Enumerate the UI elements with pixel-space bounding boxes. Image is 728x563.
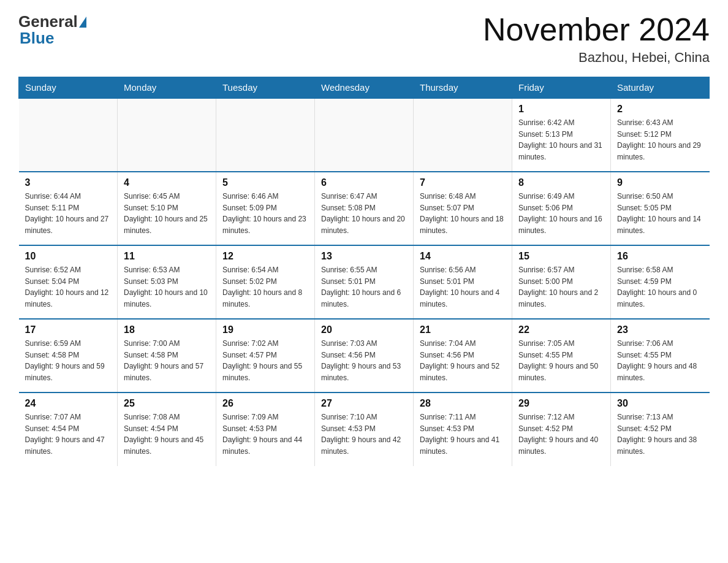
day-info: Sunrise: 6:50 AM Sunset: 5:05 PM Dayligh…	[617, 191, 703, 236]
day-number: 2	[617, 104, 703, 115]
weekday-header-tuesday: Tuesday	[216, 77, 315, 99]
day-number: 10	[25, 251, 112, 262]
day-info: Sunrise: 7:03 AM Sunset: 4:56 PM Dayligh…	[321, 338, 407, 383]
page-header: General Blue November 2024 Bazhou, Hebei…	[18, 12, 710, 66]
week-row-1: 1Sunrise: 6:42 AM Sunset: 5:13 PM Daylig…	[19, 98, 710, 172]
calendar-cell: 7Sunrise: 6:48 AM Sunset: 5:07 PM Daylig…	[414, 172, 512, 245]
calendar-cell: 16Sunrise: 6:58 AM Sunset: 4:59 PM Dayli…	[611, 245, 710, 319]
calendar-cell: 23Sunrise: 7:06 AM Sunset: 4:55 PM Dayli…	[611, 319, 710, 393]
day-info: Sunrise: 7:08 AM Sunset: 4:54 PM Dayligh…	[124, 412, 210, 457]
day-info: Sunrise: 6:57 AM Sunset: 5:00 PM Dayligh…	[518, 264, 604, 310]
calendar-cell: 9Sunrise: 6:50 AM Sunset: 5:05 PM Daylig…	[611, 172, 710, 245]
day-info: Sunrise: 6:49 AM Sunset: 5:06 PM Dayligh…	[518, 191, 604, 236]
calendar-cell: 19Sunrise: 7:02 AM Sunset: 4:57 PM Dayli…	[216, 319, 315, 393]
calendar-cell	[118, 98, 216, 172]
day-number: 20	[321, 324, 407, 335]
day-number: 28	[420, 398, 506, 409]
calendar-cell: 22Sunrise: 7:05 AM Sunset: 4:55 PM Dayli…	[512, 319, 611, 393]
day-number: 18	[124, 324, 210, 335]
week-row-2: 3Sunrise: 6:44 AM Sunset: 5:11 PM Daylig…	[19, 172, 710, 245]
day-number: 13	[321, 251, 407, 262]
calendar-cell: 2Sunrise: 6:43 AM Sunset: 5:12 PM Daylig…	[611, 98, 710, 172]
day-number: 22	[518, 324, 604, 335]
day-number: 26	[222, 398, 308, 409]
week-row-5: 24Sunrise: 7:07 AM Sunset: 4:54 PM Dayli…	[19, 393, 710, 466]
calendar-cell: 13Sunrise: 6:55 AM Sunset: 5:01 PM Dayli…	[315, 245, 414, 319]
title-area: November 2024 Bazhou, Hebei, China	[483, 12, 710, 66]
day-number: 27	[321, 398, 407, 409]
location-text: Bazhou, Hebei, China	[483, 50, 710, 66]
day-number: 25	[124, 398, 210, 409]
weekday-header-monday: Monday	[118, 77, 216, 99]
calendar-cell: 4Sunrise: 6:45 AM Sunset: 5:10 PM Daylig…	[118, 172, 216, 245]
day-info: Sunrise: 7:13 AM Sunset: 4:52 PM Dayligh…	[617, 412, 703, 457]
day-info: Sunrise: 7:06 AM Sunset: 4:55 PM Dayligh…	[617, 338, 703, 383]
day-number: 16	[617, 251, 703, 262]
calendar-cell: 27Sunrise: 7:10 AM Sunset: 4:53 PM Dayli…	[315, 393, 414, 466]
calendar-cell: 11Sunrise: 6:53 AM Sunset: 5:03 PM Dayli…	[118, 245, 216, 319]
day-info: Sunrise: 6:55 AM Sunset: 5:01 PM Dayligh…	[321, 264, 407, 310]
calendar-cell: 20Sunrise: 7:03 AM Sunset: 4:56 PM Dayli…	[315, 319, 414, 393]
day-number: 4	[124, 177, 210, 188]
calendar-cell: 30Sunrise: 7:13 AM Sunset: 4:52 PM Dayli…	[611, 393, 710, 466]
logo-blue-text: Blue	[20, 29, 54, 47]
day-number: 19	[222, 324, 308, 335]
month-title: November 2024	[483, 12, 710, 47]
day-number: 5	[222, 177, 308, 188]
day-number: 1	[518, 104, 604, 115]
day-number: 12	[222, 251, 308, 262]
day-info: Sunrise: 6:56 AM Sunset: 5:01 PM Dayligh…	[420, 264, 506, 310]
day-number: 15	[518, 251, 604, 262]
week-row-3: 10Sunrise: 6:52 AM Sunset: 5:04 PM Dayli…	[19, 245, 710, 319]
day-info: Sunrise: 6:58 AM Sunset: 4:59 PM Dayligh…	[617, 264, 703, 310]
day-number: 29	[518, 398, 604, 409]
day-info: Sunrise: 7:09 AM Sunset: 4:53 PM Dayligh…	[222, 412, 308, 457]
logo: General Blue	[18, 12, 88, 48]
weekday-header-row: SundayMondayTuesdayWednesdayThursdayFrid…	[19, 77, 710, 99]
calendar-cell: 26Sunrise: 7:09 AM Sunset: 4:53 PM Dayli…	[216, 393, 315, 466]
calendar-cell: 18Sunrise: 7:00 AM Sunset: 4:58 PM Dayli…	[118, 319, 216, 393]
calendar-cell: 17Sunrise: 6:59 AM Sunset: 4:58 PM Dayli…	[19, 319, 118, 393]
calendar-cell: 3Sunrise: 6:44 AM Sunset: 5:11 PM Daylig…	[19, 172, 118, 245]
calendar-cell: 1Sunrise: 6:42 AM Sunset: 5:13 PM Daylig…	[512, 98, 611, 172]
day-number: 24	[25, 398, 112, 409]
calendar-table: SundayMondayTuesdayWednesdayThursdayFrid…	[18, 77, 710, 466]
calendar-cell: 14Sunrise: 6:56 AM Sunset: 5:01 PM Dayli…	[414, 245, 512, 319]
day-number: 23	[617, 324, 703, 335]
day-info: Sunrise: 6:44 AM Sunset: 5:11 PM Dayligh…	[25, 191, 112, 236]
calendar-cell: 10Sunrise: 6:52 AM Sunset: 5:04 PM Dayli…	[19, 245, 118, 319]
day-info: Sunrise: 6:47 AM Sunset: 5:08 PM Dayligh…	[321, 191, 407, 236]
day-info: Sunrise: 6:54 AM Sunset: 5:02 PM Dayligh…	[222, 264, 308, 310]
day-info: Sunrise: 6:45 AM Sunset: 5:10 PM Dayligh…	[124, 191, 210, 236]
day-info: Sunrise: 6:53 AM Sunset: 5:03 PM Dayligh…	[124, 264, 210, 310]
day-info: Sunrise: 6:46 AM Sunset: 5:09 PM Dayligh…	[222, 191, 308, 236]
day-info: Sunrise: 7:12 AM Sunset: 4:52 PM Dayligh…	[518, 412, 604, 457]
calendar-cell: 29Sunrise: 7:12 AM Sunset: 4:52 PM Dayli…	[512, 393, 611, 466]
calendar-cell: 25Sunrise: 7:08 AM Sunset: 4:54 PM Dayli…	[118, 393, 216, 466]
day-info: Sunrise: 6:42 AM Sunset: 5:13 PM Dayligh…	[518, 117, 604, 163]
weekday-header-sunday: Sunday	[19, 77, 118, 99]
calendar-cell: 5Sunrise: 6:46 AM Sunset: 5:09 PM Daylig…	[216, 172, 315, 245]
day-number: 8	[518, 177, 604, 188]
weekday-header-saturday: Saturday	[611, 77, 710, 99]
calendar-cell: 24Sunrise: 7:07 AM Sunset: 4:54 PM Dayli…	[19, 393, 118, 466]
day-info: Sunrise: 6:48 AM Sunset: 5:07 PM Dayligh…	[420, 191, 506, 236]
day-info: Sunrise: 7:10 AM Sunset: 4:53 PM Dayligh…	[321, 412, 407, 457]
calendar-cell	[315, 98, 414, 172]
day-number: 30	[617, 398, 703, 409]
week-row-4: 17Sunrise: 6:59 AM Sunset: 4:58 PM Dayli…	[19, 319, 710, 393]
day-info: Sunrise: 6:59 AM Sunset: 4:58 PM Dayligh…	[25, 338, 112, 383]
day-info: Sunrise: 7:02 AM Sunset: 4:57 PM Dayligh…	[222, 338, 308, 383]
day-number: 21	[420, 324, 506, 335]
day-number: 6	[321, 177, 407, 188]
logo-triangle-icon	[79, 17, 86, 28]
day-number: 7	[420, 177, 506, 188]
calendar-cell	[414, 98, 512, 172]
calendar-cell	[216, 98, 315, 172]
weekday-header-thursday: Thursday	[414, 77, 512, 99]
day-info: Sunrise: 7:00 AM Sunset: 4:58 PM Dayligh…	[124, 338, 210, 383]
day-number: 9	[617, 177, 703, 188]
day-info: Sunrise: 6:43 AM Sunset: 5:12 PM Dayligh…	[617, 117, 703, 163]
weekday-header-wednesday: Wednesday	[315, 77, 414, 99]
calendar-cell: 21Sunrise: 7:04 AM Sunset: 4:56 PM Dayli…	[414, 319, 512, 393]
